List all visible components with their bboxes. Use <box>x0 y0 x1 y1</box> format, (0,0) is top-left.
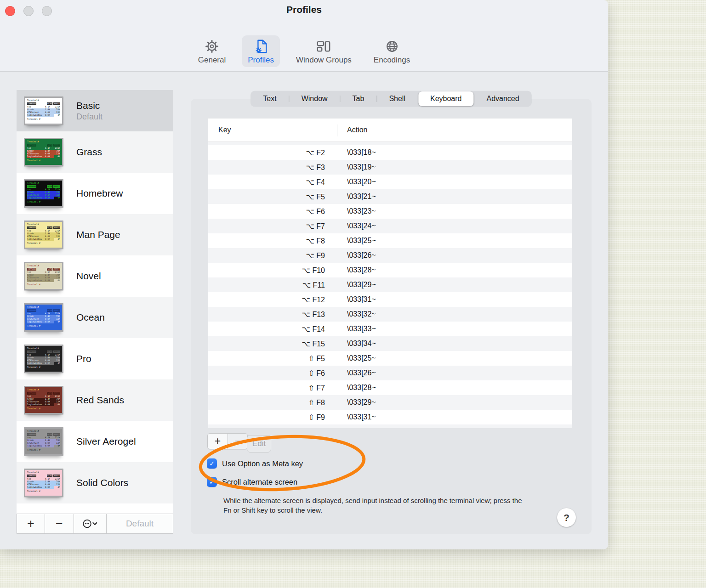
key-mapping-row[interactable]: ⇧ F5\033[25~ <box>208 351 572 366</box>
profile-name: Novel <box>76 271 101 282</box>
action-cell: \033[28~ <box>337 384 572 392</box>
profile-item-text: Man Page <box>76 229 120 240</box>
sidebar-item-red-sands[interactable]: Terminal#COMMAND%CPURPRVTtop4.1%231KXcod… <box>17 379 173 421</box>
key-mapping-row[interactable]: ⇧ F7\033[28~ <box>208 380 572 395</box>
profile-item-text: Red Sands <box>76 395 124 406</box>
thumb-text: COMMAND <box>27 392 36 395</box>
tab-keyboard[interactable]: Keyboard <box>418 91 474 106</box>
add-remove-group: + − <box>207 433 248 449</box>
thumb-text: Terminal # <box>27 490 60 493</box>
thumb-text: COMMAND <box>27 309 36 312</box>
key-mapping-row[interactable]: ⇧ F8\033[29~ <box>208 395 572 410</box>
use-option-as-meta-key-checkbox[interactable]: ✓ Use Option as Meta key <box>207 458 303 469</box>
thumb-text: loginwindow <box>27 486 42 489</box>
sidebar-item-silver-aerogel[interactable]: Terminal#COMMAND%CPURPRVTtop4.1%231KXcod… <box>17 421 173 462</box>
thumb-text: RPRVT <box>53 392 60 395</box>
key-mapping-row[interactable]: ⌥ F6\033[23~ <box>208 204 572 219</box>
edit-key-button[interactable]: Edit <box>247 435 271 452</box>
sidebar-item-man-page[interactable]: Terminal#COMMAND%CPURPRVTtop4.1%231KXcod… <box>17 214 173 255</box>
key-mapping-row[interactable]: ⌥ F7\033[24~ <box>208 219 572 233</box>
key-mapping-row[interactable]: ⌥ F3\033[19~ <box>208 160 572 175</box>
thumb-text: 0.0% <box>42 445 50 447</box>
scroll-alternate-screen-checkbox[interactable]: ✓ Scroll alternate screen <box>207 477 297 487</box>
thumb-text: Terminal # <box>27 283 60 286</box>
key-mapping-row[interactable]: ⌥ F5\033[21~ <box>208 189 572 204</box>
key-cell: ⌥ F12 <box>208 295 337 304</box>
thumb-text: %CPU <box>47 351 52 353</box>
key-mapping-row[interactable]: ⌥ F4\033[20~ <box>208 175 572 189</box>
tab-text[interactable]: Text <box>251 91 289 107</box>
key-mapping-row[interactable]: ⌥ F9\033[26~ <box>208 248 572 263</box>
thumb-text: RPRVT <box>53 185 60 188</box>
profile-name: Basic <box>76 100 102 111</box>
ellipsis-circle-chevron-icon <box>82 519 98 529</box>
thumb-text-row: loginwindow0.0%4M <box>27 403 60 406</box>
terminal-preview-thumbnail: Terminal#COMMAND%CPURPRVTtop4.1%231KXcod… <box>24 469 63 497</box>
key-cell: ⇧ F8 <box>208 398 337 407</box>
profile-name: Grass <box>76 147 102 158</box>
key-mapping-row[interactable]: ⌥ F11\033[29~ <box>208 277 572 292</box>
sidebar-item-homebrew[interactable]: Terminal#COMMAND%CPURPRVTtop4.1%231KXcod… <box>17 173 173 214</box>
more-options-button[interactable] <box>74 514 107 533</box>
thumb-text: %CPU <box>47 392 52 395</box>
key-mapping-row[interactable]: ⇧ F9\033[31~ <box>208 410 572 424</box>
sidebar-item-solid-colors[interactable]: Terminal#COMMAND%CPURPRVTtop4.1%231KXcod… <box>17 462 173 503</box>
tab-window[interactable]: Window <box>289 91 340 107</box>
action-cell: \033[18~ <box>337 148 572 157</box>
titlebar: Profiles GeneralProfilesWindow GroupsEnc… <box>0 0 608 72</box>
toolbar-item-profiles[interactable]: Profiles <box>242 35 280 67</box>
thumb-text: 0.0% <box>42 403 50 406</box>
sidebar-item-basic[interactable]: Terminal#COMMAND%CPURPRVTtop4.1%231KXcod… <box>17 90 173 131</box>
toolbar: GeneralProfilesWindow GroupsEncodings <box>0 35 608 67</box>
sidebar-item-ocean[interactable]: Terminal#COMMAND%CPURPRVTtop4.1%231KXcod… <box>17 297 173 338</box>
key-cell: ⌥ F15 <box>208 339 337 348</box>
key-cell: ⌥ F2 <box>208 148 337 157</box>
key-mapping-row[interactable]: ⌥ F10\033[28~ <box>208 263 572 277</box>
thumb-text: 4M <box>50 403 60 406</box>
toolbar-item-general[interactable]: General <box>192 35 232 67</box>
help-button[interactable]: ? <box>557 508 576 527</box>
thumb-text: 0.0% <box>42 114 50 117</box>
profile-item-text: Homebrew <box>76 188 123 199</box>
toolbar-item-window-groups[interactable]: Window Groups <box>290 35 358 67</box>
thumb-text: RPRVT <box>53 309 60 312</box>
key-mapping-row[interactable]: ⌥ F13\033[32~ <box>208 307 572 322</box>
table-scroll-sliver <box>208 424 572 428</box>
thumb-text: %CPU <box>47 475 52 477</box>
toolbar-item-label: General <box>198 56 226 65</box>
thumb-text: 0.0% <box>42 197 50 199</box>
sidebar-item-novel[interactable]: Terminal#COMMAND%CPURPRVTtop4.1%231KXcod… <box>17 255 173 297</box>
thumb-column-chips: COMMAND%CPURPRVT <box>27 185 60 188</box>
tab-tab[interactable]: Tab <box>340 91 377 107</box>
key-mapping-row[interactable]: ⌥ F14\033[33~ <box>208 322 572 336</box>
thumb-text: Terminal # <box>27 325 60 328</box>
key-mapping-row[interactable]: ⌥ F15\033[34~ <box>208 336 572 351</box>
key-mapping-row[interactable]: ⇧ F6\033[26~ <box>208 366 572 380</box>
add-key-button[interactable]: + <box>208 434 228 449</box>
remove-profile-button[interactable]: − <box>45 514 74 533</box>
thumb-text: COMMAND <box>27 185 36 188</box>
profile-item-text: Pro <box>76 353 91 364</box>
key-mapping-row[interactable]: ⌥ F2\033[18~ <box>208 145 572 160</box>
thumb-text: COMMAND <box>27 433 36 436</box>
key-mapping-row[interactable]: ⌥ F8\033[25~ <box>208 233 572 248</box>
terminal-preview-thumbnail: Terminal#COMMAND%CPURPRVTtop4.1%231KXcod… <box>24 386 63 414</box>
tab-advanced[interactable]: Advanced <box>474 91 531 107</box>
thumb-text: 0.0% <box>42 155 50 158</box>
action-cell: \033[25~ <box>337 354 572 362</box>
key-cell: ⇧ F7 <box>208 384 337 392</box>
thumb-text: Terminal# <box>27 265 60 267</box>
thumb-text: COMMAND <box>27 144 36 147</box>
sidebar-item-grass[interactable]: Terminal#COMMAND%CPURPRVTtop4.1%231KXcod… <box>17 131 173 173</box>
tab-shell[interactable]: Shell <box>376 91 418 107</box>
checkbox-label: Scroll alternate screen <box>222 478 297 486</box>
set-default-button[interactable]: Default <box>107 514 173 533</box>
profile-name: Man Page <box>76 229 120 240</box>
toolbar-item-encodings[interactable]: Encodings <box>368 35 416 67</box>
remove-key-button[interactable]: − <box>228 434 247 449</box>
key-mapping-row[interactable]: ⌥ F12\033[31~ <box>208 292 572 307</box>
table-header: Key Action <box>208 119 572 142</box>
add-profile-button[interactable]: + <box>17 514 45 533</box>
action-cell: \033[29~ <box>337 281 572 289</box>
sidebar-item-pro[interactable]: Terminal#COMMAND%CPURPRVTtop4.1%231KXcod… <box>17 338 173 379</box>
